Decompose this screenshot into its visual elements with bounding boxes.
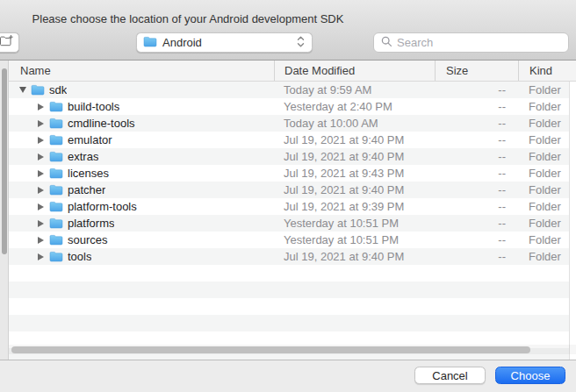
search-field[interactable] xyxy=(373,32,569,53)
choose-button[interactable]: Choose xyxy=(495,367,565,384)
table-row[interactable]: emulator Jul 19, 2021 at 9:40 PM -- Fold… xyxy=(9,132,576,148)
kind-cell: Folder xyxy=(518,132,576,148)
file-name: extras xyxy=(68,148,98,165)
disclosure-triangle-icon[interactable] xyxy=(38,237,49,244)
folder-icon xyxy=(49,184,63,196)
vertical-scrollbar-thumb[interactable] xyxy=(2,68,8,254)
size-cell: -- xyxy=(435,115,518,132)
size-cell: -- xyxy=(435,248,518,265)
folder-icon xyxy=(143,36,157,50)
dialog-title: Please choose the location of your Andro… xyxy=(0,12,376,25)
file-name-cell: cmdline-tools xyxy=(9,115,274,132)
kind-cell: Folder xyxy=(518,232,576,248)
file-name-cell: licenses xyxy=(9,165,274,182)
folder-icon xyxy=(49,251,63,262)
size-cell: -- xyxy=(435,215,518,232)
folder-icon xyxy=(49,101,63,112)
dialog-footer: Cancel Choose xyxy=(0,360,576,392)
cancel-button[interactable]: Cancel xyxy=(414,367,486,384)
date-modified-cell: Jul 19, 2021 at 9:39 PM xyxy=(274,198,435,215)
disclosure-triangle-icon[interactable] xyxy=(19,87,31,93)
disclosure-triangle-icon[interactable] xyxy=(38,253,49,260)
file-list: sdk Today at 9:59 AM -- Folder build-too… xyxy=(9,82,576,360)
folder-icon xyxy=(49,151,63,162)
size-cell: -- xyxy=(435,132,518,148)
file-name-cell: build-tools xyxy=(9,98,274,115)
disclosure-triangle-icon[interactable] xyxy=(38,137,49,144)
file-name-cell: tools xyxy=(9,248,274,265)
kind-cell: Folder xyxy=(518,215,576,232)
file-name-cell: extras xyxy=(9,148,274,165)
date-modified-cell: Yesterday at 10:51 PM xyxy=(274,232,435,248)
search-icon xyxy=(381,36,392,50)
location-dropdown-value: Android xyxy=(162,36,297,49)
folder-icon xyxy=(49,234,63,246)
file-name-cell: platform-tools xyxy=(9,198,274,215)
file-name-cell: patcher xyxy=(9,182,274,198)
new-folder-icon xyxy=(0,34,14,51)
file-name: build-tools xyxy=(68,98,119,115)
table-row[interactable]: licenses Jul 19, 2021 at 9:43 PM -- Fold… xyxy=(9,165,576,182)
file-name-cell: sources xyxy=(9,232,274,248)
right-scrollbar-gutter xyxy=(569,82,576,360)
horizontal-scrollbar[interactable] xyxy=(9,345,576,354)
folder-icon xyxy=(49,167,63,179)
disclosure-triangle-icon[interactable] xyxy=(38,187,49,194)
dialog-header: Please choose the location of your Andro… xyxy=(0,0,576,61)
column-header-date-modified[interactable]: Date Modified xyxy=(274,61,435,81)
size-cell: -- xyxy=(435,148,518,165)
kind-cell: Folder xyxy=(518,148,576,165)
new-folder-button[interactable] xyxy=(0,32,19,53)
kind-cell: Folder xyxy=(518,82,576,98)
file-name: patcher xyxy=(68,182,105,198)
table-row[interactable]: platform-tools Jul 19, 2021 at 9:39 PM -… xyxy=(9,198,576,215)
kind-cell: Folder xyxy=(518,165,576,182)
horizontal-scrollbar-thumb[interactable] xyxy=(11,346,530,353)
disclosure-triangle-icon[interactable] xyxy=(38,120,49,127)
search-input[interactable] xyxy=(397,36,561,49)
disclosure-triangle-icon[interactable] xyxy=(38,153,49,160)
table-row[interactable]: tools Jul 19, 2021 at 9:40 PM -- Folder xyxy=(9,248,576,265)
location-dropdown[interactable]: Android xyxy=(136,32,313,53)
date-modified-cell: Today at 10:00 AM xyxy=(274,115,435,132)
folder-icon xyxy=(49,134,63,146)
chevron-up-down-icon xyxy=(297,35,305,51)
file-name: cmdline-tools xyxy=(68,115,135,132)
disclosure-triangle-icon[interactable] xyxy=(38,170,49,177)
size-cell: -- xyxy=(435,165,518,182)
disclosure-triangle-icon[interactable] xyxy=(38,103,49,110)
file-name: emulator xyxy=(68,132,112,148)
disclosure-triangle-icon[interactable] xyxy=(38,203,49,210)
column-header-name[interactable]: Name xyxy=(9,61,274,81)
date-modified-cell: Yesterday at 2:40 PM xyxy=(274,98,435,115)
folder-icon xyxy=(49,217,63,229)
size-cell: -- xyxy=(435,198,518,215)
folder-icon xyxy=(49,201,63,212)
column-header-kind[interactable]: Kind xyxy=(518,61,576,81)
table-row[interactable]: extras Jul 19, 2021 at 9:40 PM -- Folder xyxy=(9,148,576,165)
file-name: platforms xyxy=(68,215,114,232)
table-row[interactable]: sources Yesterday at 10:51 PM -- Folder xyxy=(9,232,576,248)
file-name-cell: platforms xyxy=(9,215,274,232)
date-modified-cell: Jul 19, 2021 at 9:40 PM xyxy=(274,182,435,198)
date-modified-cell: Jul 19, 2021 at 9:40 PM xyxy=(274,132,435,148)
table-row[interactable]: platforms Yesterday at 10:51 PM -- Folde… xyxy=(9,215,576,232)
disclosure-triangle-icon[interactable] xyxy=(38,220,49,227)
file-name: sources xyxy=(68,232,108,248)
file-name: tools xyxy=(68,248,91,265)
folder-icon xyxy=(49,118,63,129)
column-header-size[interactable]: Size xyxy=(435,61,518,81)
table-row[interactable]: build-tools Yesterday at 2:40 PM -- Fold… xyxy=(9,98,576,115)
date-modified-cell: Today at 9:59 AM xyxy=(274,82,435,98)
kind-cell: Folder xyxy=(518,248,576,265)
table-row[interactable]: cmdline-tools Today at 10:00 AM -- Folde… xyxy=(9,115,576,132)
file-name: licenses xyxy=(68,165,109,182)
kind-cell: Folder xyxy=(518,182,576,198)
table-row[interactable]: sdk Today at 9:59 AM -- Folder xyxy=(9,82,576,98)
kind-cell: Folder xyxy=(518,198,576,215)
file-name: sdk xyxy=(49,82,67,98)
kind-cell: Folder xyxy=(518,115,576,132)
table-row[interactable]: patcher Jul 19, 2021 at 9:40 PM -- Folde… xyxy=(9,182,576,198)
folder-icon xyxy=(31,84,45,96)
vertical-scrollbar[interactable] xyxy=(0,61,9,360)
